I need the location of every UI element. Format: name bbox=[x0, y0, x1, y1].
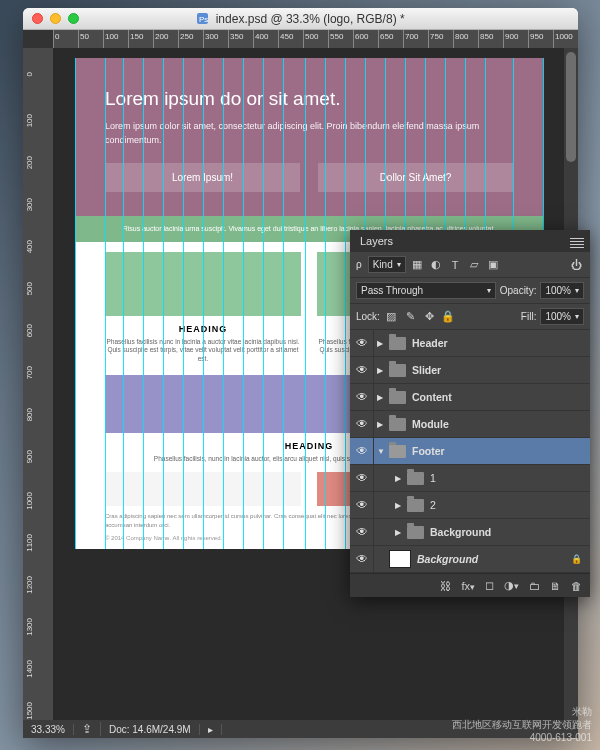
adjustment-layer-icon[interactable]: ◑▾ bbox=[504, 579, 519, 592]
zoom-button[interactable] bbox=[68, 13, 79, 24]
filter-smart-icon[interactable]: ▣ bbox=[486, 258, 501, 272]
blend-mode-select[interactable]: Pass Through▾ bbox=[356, 282, 496, 299]
folder-icon bbox=[389, 418, 406, 431]
layer-slider[interactable]: 👁▶Slider bbox=[350, 357, 590, 384]
ruler-horizontal[interactable]: 0501001502002503003504004505005506006507… bbox=[53, 30, 578, 48]
filter-type-icon[interactable]: T bbox=[448, 258, 463, 272]
layers-tab[interactable]: Layers bbox=[350, 230, 590, 252]
folder-icon bbox=[407, 472, 424, 485]
filter-shape-icon[interactable]: ▱ bbox=[467, 258, 482, 272]
layer-1[interactable]: 👁▶1 bbox=[350, 465, 590, 492]
disclosure-triangle[interactable]: ▶ bbox=[395, 501, 404, 510]
share-icon[interactable]: ⇪ bbox=[74, 722, 101, 736]
layer-background[interactable]: 👁▶Background bbox=[350, 519, 590, 546]
visibility-toggle[interactable]: 👁 bbox=[350, 546, 374, 572]
layer-header[interactable]: 👁▶Header bbox=[350, 330, 590, 357]
minimize-button[interactable] bbox=[50, 13, 61, 24]
scrollbar-thumb[interactable] bbox=[566, 52, 576, 162]
filter-adjust-icon[interactable]: ◐ bbox=[429, 258, 444, 272]
layer-name[interactable]: 2 bbox=[430, 499, 436, 511]
hero-heading: Lorem ipsum do or sit amet. bbox=[105, 88, 513, 110]
layers-panel[interactable]: Layers ρ Kind▾ ▦ ◐ T ▱ ▣ ⏻ Pass Through▾… bbox=[350, 230, 590, 597]
lock-transparency-icon[interactable]: ▨ bbox=[384, 310, 399, 324]
filter-toggle[interactable]: ⏻ bbox=[569, 258, 584, 272]
layer-list: 👁▶Header👁▶Slider👁▶Content👁▶Module👁▼Foote… bbox=[350, 330, 590, 573]
lock-row: Lock: ▨ ✎ ✥ 🔒 Fill: 100%▾ bbox=[350, 304, 590, 330]
panel-menu-icon[interactable] bbox=[570, 236, 584, 246]
visibility-toggle[interactable]: 👁 bbox=[350, 411, 374, 437]
titlebar[interactable]: Ps index.psd @ 33.3% (logo, RGB/8) * bbox=[23, 8, 578, 30]
link-layers-icon[interactable]: ⛓ bbox=[440, 580, 451, 592]
chevron-right-icon[interactable]: ▸ bbox=[200, 724, 222, 735]
folder-icon bbox=[389, 445, 406, 458]
layer-module[interactable]: 👁▶Module bbox=[350, 411, 590, 438]
layer-2[interactable]: 👁▶2 bbox=[350, 492, 590, 519]
layer-name[interactable]: Header bbox=[412, 337, 448, 349]
visibility-toggle[interactable]: 👁 bbox=[350, 438, 374, 464]
fill-label: Fill: bbox=[521, 311, 537, 322]
folder-icon bbox=[389, 391, 406, 404]
disclosure-triangle[interactable]: ▶ bbox=[377, 339, 386, 348]
layer-fx-icon[interactable]: fx▾ bbox=[461, 580, 475, 592]
close-button[interactable] bbox=[32, 13, 43, 24]
folder-icon bbox=[389, 337, 406, 350]
opacity-label: Opacity: bbox=[500, 285, 537, 296]
layer-footer[interactable]: 👁▼Footer bbox=[350, 438, 590, 465]
folder-icon bbox=[389, 364, 406, 377]
disclosure-triangle[interactable]: ▶ bbox=[395, 474, 404, 483]
visibility-toggle[interactable]: 👁 bbox=[350, 357, 374, 383]
folder-icon bbox=[407, 499, 424, 512]
layer-background[interactable]: 👁Background🔒 bbox=[350, 546, 590, 573]
layers-footer: ⛓ fx▾ ◻ ◑▾ 🗀 🗎 🗑 bbox=[350, 573, 590, 597]
disclosure-triangle[interactable]: ▼ bbox=[377, 447, 386, 456]
svg-rect-0 bbox=[197, 13, 208, 24]
ruler-origin[interactable] bbox=[23, 30, 53, 48]
layer-name[interactable]: Slider bbox=[412, 364, 441, 376]
disclosure-triangle[interactable]: ▶ bbox=[377, 420, 386, 429]
filter-pixel-icon[interactable]: ▦ bbox=[410, 258, 425, 272]
layer-mask-icon[interactable]: ◻ bbox=[485, 579, 494, 592]
layer-name[interactable]: 1 bbox=[430, 472, 436, 484]
window-title: Ps index.psd @ 33.3% (logo, RGB/8) * bbox=[23, 12, 578, 26]
lock-icon: 🔒 bbox=[571, 554, 582, 564]
filter-kind-select[interactable]: Kind▾ bbox=[368, 256, 406, 273]
visibility-toggle[interactable]: 👁 bbox=[350, 384, 374, 410]
visibility-toggle[interactable]: 👁 bbox=[350, 492, 374, 518]
visibility-toggle[interactable]: 👁 bbox=[350, 519, 374, 545]
new-group-icon[interactable]: 🗀 bbox=[529, 580, 540, 592]
lock-all-icon[interactable]: 🔒 bbox=[441, 310, 456, 324]
fill-input[interactable]: 100%▾ bbox=[540, 308, 584, 325]
watermark: 米勒 西北地区移动互联网开发领跑者 4000-613-001 bbox=[452, 705, 592, 744]
doc-size[interactable]: Doc: 14.6M/24.9M bbox=[101, 724, 200, 735]
disclosure-triangle[interactable]: ▶ bbox=[395, 528, 404, 537]
layer-name[interactable]: Background bbox=[430, 526, 491, 538]
visibility-toggle[interactable]: 👁 bbox=[350, 465, 374, 491]
layer-name[interactable]: Module bbox=[412, 418, 449, 430]
lock-label: Lock: bbox=[356, 311, 380, 322]
layer-name[interactable]: Footer bbox=[412, 445, 445, 457]
ruler-vertical[interactable]: 2001000100200300400500600700800900100011… bbox=[23, 48, 53, 720]
delete-layer-icon[interactable]: 🗑 bbox=[571, 580, 582, 592]
zoom-level[interactable]: 33.33% bbox=[23, 724, 74, 735]
hero-button-2[interactable]: Dollor Sit Amet? bbox=[318, 163, 513, 192]
traffic-lights bbox=[32, 13, 79, 24]
disclosure-triangle[interactable]: ▶ bbox=[377, 393, 386, 402]
disclosure-triangle[interactable]: ▶ bbox=[377, 366, 386, 375]
hero-section: Lorem ipsum do or sit amet. Lorem ipsum … bbox=[75, 58, 543, 216]
lock-position-icon[interactable]: ✥ bbox=[422, 310, 437, 324]
opacity-input[interactable]: 100%▾ bbox=[540, 282, 584, 299]
folder-icon bbox=[407, 526, 424, 539]
layer-filter-row: ρ Kind▾ ▦ ◐ T ▱ ▣ ⏻ bbox=[350, 252, 590, 278]
svg-text:Ps: Ps bbox=[199, 15, 208, 24]
lock-paint-icon[interactable]: ✎ bbox=[403, 310, 418, 324]
layer-content[interactable]: 👁▶Content bbox=[350, 384, 590, 411]
layer-name[interactable]: Content bbox=[412, 391, 452, 403]
new-layer-icon[interactable]: 🗎 bbox=[550, 580, 561, 592]
blend-row: Pass Through▾ Opacity: 100%▾ bbox=[350, 278, 590, 304]
hero-paragraph: Lorem ipsum dolor sit amet, consectetur … bbox=[105, 120, 513, 147]
layer-name[interactable]: Background bbox=[417, 553, 478, 565]
visibility-toggle[interactable]: 👁 bbox=[350, 330, 374, 356]
layer-thumbnail bbox=[389, 550, 411, 568]
